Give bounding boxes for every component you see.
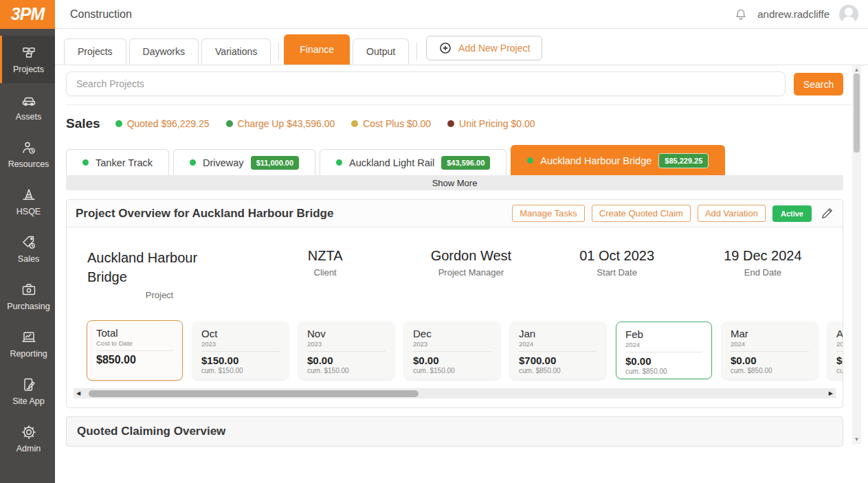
sidebar-item-sales[interactable]: Sales (0, 225, 55, 273)
search-input[interactable] (66, 71, 786, 96)
project-overview-title: Project Overview for Auckland Harbour Br… (76, 207, 333, 221)
status-dot-icon (336, 159, 342, 166)
card-divider (731, 351, 809, 352)
project-tab-label: Auckland Harbour Bridge (540, 155, 652, 166)
detail-value: NZTA (252, 248, 398, 264)
create-quoted-claim-button[interactable]: Create Quoted Claim (592, 205, 691, 222)
month-value: $0.00 (625, 355, 702, 367)
logged-in-username[interactable]: andrew.radcliffe (757, 8, 830, 20)
search-button[interactable]: Search (794, 73, 843, 96)
car-icon (21, 92, 37, 109)
scroll-left-arrow-icon[interactable]: ◀ (76, 391, 80, 396)
project-details-row: Auckland Harbour Bridge Project NZTA Cli… (67, 227, 843, 300)
month-title: Apr (836, 328, 843, 339)
divider (66, 104, 857, 105)
detail-start-date: 01 Oct 2023 Start Date (544, 248, 690, 300)
detail-value: 01 Oct 2023 (544, 248, 690, 264)
add-new-project-button[interactable]: Add New Project (426, 36, 542, 60)
month-title: Nov (307, 328, 386, 339)
project-tab-tanker-track[interactable]: Tanker Track (66, 149, 169, 175)
project-overview-header: Project Overview for Auckland Harbour Br… (67, 200, 843, 227)
sidebar-item-reporting[interactable]: Reporting (0, 320, 55, 368)
detail-value: 19 Dec 2024 (690, 248, 836, 264)
blocks-icon (21, 45, 37, 61)
card-divider (836, 351, 843, 352)
app-logo[interactable]: 3PM (0, 0, 55, 29)
tab-dayworks[interactable]: Dayworks (129, 38, 199, 65)
month-card-apr[interactable]: Apr 2024 $0.00 cum. $850.00 (827, 322, 843, 379)
legend-cost-plus: Cost Plus $0.00 (351, 118, 431, 129)
sidebar-item-site-app[interactable]: Site App (0, 368, 55, 415)
content-area: Search Sales Quoted $96,229.25 Charge Up… (55, 71, 868, 447)
status-dot-icon (527, 157, 533, 164)
month-value: $850.00 (96, 354, 173, 366)
project-tab-label: Driveway (203, 157, 244, 168)
sidebar-item-assets[interactable]: Assets (0, 83, 55, 131)
tab-output[interactable]: Output (353, 38, 409, 65)
add-new-project-label: Add New Project (458, 43, 530, 54)
project-tab-auckland-harbour-bridge[interactable]: Auckland Harbour Bridge $85,229.25 (511, 145, 725, 175)
status-dot-icon (82, 159, 89, 166)
project-tab-label: Tanker Track (96, 157, 153, 168)
month-sub: 2024 (731, 340, 809, 348)
person-clock-icon (21, 139, 37, 156)
sidebar-item-label: Purchasing (7, 302, 50, 311)
detail-label: Project (67, 290, 252, 300)
active-status-badge: Active (772, 205, 812, 222)
sidebar-item-label: HSQE (16, 207, 41, 216)
sidebar-item-label: Reporting (10, 349, 47, 359)
month-card-dec[interactable]: Dec 2023 $0.00 cum. $150.00 (404, 322, 500, 379)
month-sub: 2024 (836, 340, 843, 348)
detail-project-manager: Gordon West Project Manager (398, 248, 544, 300)
months-horizontal-scrollbar[interactable]: ◀ ▶ (74, 388, 836, 398)
month-title: Feb (625, 328, 702, 340)
sidebar-item-purchasing[interactable]: Purchasing (0, 273, 55, 320)
show-more-bar[interactable]: Show More (66, 175, 843, 190)
month-card-total[interactable]: Total Cost to Date $850.00 (87, 320, 183, 381)
quoted-claiming-section[interactable]: Quoted Claiming Overview (66, 416, 843, 447)
add-variation-button[interactable]: Add Variation (698, 205, 766, 222)
edit-pencil-icon[interactable] (821, 207, 834, 220)
sales-legend-row: Sales Quoted $96,229.25 Charge Up $43,59… (66, 113, 843, 134)
project-tab-auckland-light-rail[interactable]: Auckland Light Rail $43,596.00 (320, 149, 507, 175)
page-vertical-scrollbar[interactable]: ▲ ▼ (852, 65, 861, 445)
sidebar-nav: Projects Assets Resources HSQE Sales Pur… (0, 29, 55, 483)
month-cumulative: cum. $850.00 (625, 368, 702, 375)
scroll-down-arrow-icon[interactable]: ▼ (854, 437, 860, 442)
month-value: $0.00 (836, 355, 843, 366)
project-tab-driveway[interactable]: Driveway $11,000.00 (173, 149, 315, 175)
tab-projects[interactable]: Projects (64, 38, 126, 65)
vertical-scroll-thumb[interactable] (854, 74, 860, 153)
month-sub: Cost to Date (96, 339, 173, 347)
header-right: andrew.radcliffe (734, 5, 868, 24)
tab-variations[interactable]: Variations (201, 38, 271, 65)
month-title: Oct (201, 328, 280, 339)
month-card-nov[interactable]: Nov 2023 $0.00 cum. $150.00 (298, 322, 394, 379)
month-card-jan[interactable]: Jan 2024 $700.00 cum. $850.00 (510, 322, 606, 379)
project-value-badge: $11,000.00 (251, 156, 299, 170)
sidebar-item-label: Admin (16, 444, 41, 453)
sidebar-item-admin[interactable]: Admin (0, 415, 55, 462)
month-title: Total (96, 327, 173, 339)
user-avatar[interactable] (839, 5, 858, 24)
laptop-chart-icon (21, 329, 37, 346)
month-card-oct[interactable]: Oct 2023 $150.00 cum. $150.00 (192, 322, 289, 379)
status-dot-icon (190, 159, 196, 166)
sidebar-item-hsqe[interactable]: HSQE (0, 178, 55, 225)
sidebar-item-resources[interactable]: Resources (0, 131, 55, 178)
month-sub: 2023 (413, 340, 491, 348)
legend-label: Quoted $96,229.25 (127, 118, 210, 129)
card-divider (307, 351, 386, 352)
month-card-feb-current[interactable]: Feb 2024 $0.00 cum. $850.00 (616, 322, 712, 379)
sidebar-item-label: Assets (16, 112, 42, 122)
month-card-mar[interactable]: Mar 2024 $0.00 cum. $850.00 (722, 322, 818, 379)
scroll-up-arrow-icon[interactable]: ▲ (854, 67, 860, 73)
horizontal-scroll-thumb[interactable] (89, 390, 419, 397)
notifications-bell-icon[interactable] (734, 8, 748, 21)
card-divider (625, 352, 702, 352)
scroll-right-arrow-icon[interactable]: ▶ (829, 391, 833, 396)
sidebar-item-projects[interactable]: Projects (0, 36, 55, 83)
manage-tasks-button[interactable]: Manage Tasks (512, 205, 585, 222)
tab-finance[interactable]: Finance (284, 34, 350, 65)
month-value: $0.00 (731, 355, 809, 366)
